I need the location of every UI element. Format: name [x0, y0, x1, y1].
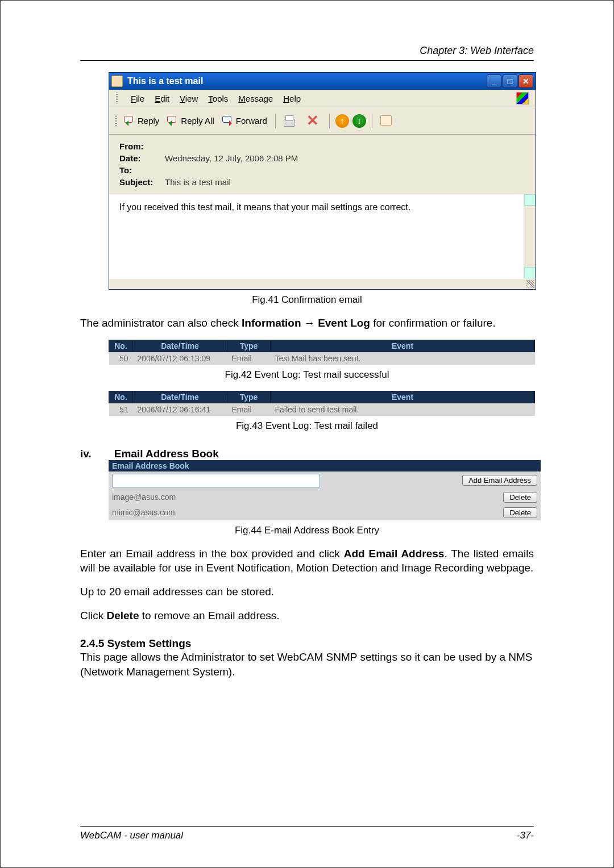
separator: [329, 114, 330, 128]
email-headers: From: Date:Wednesday, 12 July, 2006 2:08…: [109, 135, 536, 194]
email-address-book-panel: Email Address Book Add Email Address ima…: [109, 460, 541, 520]
delete-icon: ✕: [304, 112, 321, 130]
col-no: No.: [109, 391, 133, 403]
menu-help[interactable]: Help: [283, 94, 301, 103]
maximize-button[interactable]: □: [503, 74, 517, 88]
event-log-table-failed: No. Date/Time Type Event 51 2006/07/12 0…: [109, 391, 535, 416]
forward-icon: [222, 116, 234, 126]
mail-icon: [111, 76, 123, 87]
figure-caption-41: Fig.41 Confirmation email: [80, 294, 534, 306]
separator: [372, 114, 372, 128]
cell-type: Email: [227, 352, 271, 365]
date-value: Wednesday, 12 July, 2006 2:08 PM: [165, 153, 525, 163]
minimize-button[interactable]: _: [487, 74, 501, 88]
resize-grip-icon[interactable]: [526, 280, 534, 288]
heading-system-settings: 2.4.5 System Settings: [80, 637, 534, 650]
section-title-email-address-book: Email Address Book: [114, 448, 219, 460]
from-value: [165, 141, 525, 151]
email-body: If you received this test mail, it means…: [109, 194, 536, 278]
footer-page: -37-: [517, 830, 534, 841]
windows-logo-icon: [516, 92, 529, 105]
arrow-up-icon: ↑: [340, 116, 345, 126]
add-email-address-button[interactable]: Add Email Address: [462, 475, 537, 486]
event-log-table-success: No. Date/Time Type Event 50 2006/07/12 0…: [109, 340, 535, 365]
address-book-icon: [380, 115, 393, 127]
menu-edit[interactable]: Edit: [155, 94, 169, 103]
table-row: 51 2006/07/12 06:16:41 Email Failed to s…: [109, 403, 535, 416]
email-input[interactable]: [112, 474, 320, 487]
subject-label: Subject:: [119, 177, 165, 187]
to-label: To:: [119, 165, 165, 175]
print-icon: [284, 115, 296, 127]
email-address: image@asus.com: [109, 490, 422, 505]
to-value: [165, 165, 525, 175]
list-item: mimic@asus.com Delete: [109, 505, 541, 520]
delete-button[interactable]: ✕: [302, 111, 323, 131]
cell-type: Email: [227, 403, 271, 416]
section-number-iv: iv.: [80, 448, 92, 460]
cell-datetime: 2006/07/12 06:13:09: [133, 352, 227, 365]
cell-event: Failed to send test mail.: [271, 403, 535, 416]
reply-all-icon: [167, 116, 179, 126]
menu-message[interactable]: Message: [238, 94, 273, 103]
paragraph-upto: Up to 20 email addresses can be stored.: [80, 585, 534, 599]
email-window: This is a test mail _ □ ✕ File Edit View…: [109, 72, 536, 290]
col-datetime: Date/Time: [133, 340, 227, 352]
previous-button[interactable]: ↑: [335, 114, 349, 128]
titlebar: This is a test mail _ □ ✕: [109, 73, 536, 90]
footer-left: WebCAM - user manual: [80, 830, 183, 841]
menu-tools[interactable]: Tools: [208, 94, 228, 103]
divider: [80, 60, 534, 61]
paragraph-snmp: This page allows the Administrator to se…: [80, 650, 534, 679]
close-button[interactable]: ✕: [518, 74, 533, 88]
addrbook-header: Email Address Book: [109, 460, 541, 471]
col-event: Event: [271, 391, 535, 403]
next-button[interactable]: ↓: [352, 114, 366, 128]
email-address: mimic@asus.com: [109, 505, 422, 520]
reply-label: Reply: [138, 116, 159, 126]
arrow-down-icon: ↓: [357, 116, 362, 126]
toolbar: Reply Reply All Forward ✕ ↑ ↓: [109, 107, 536, 135]
menu-file[interactable]: File: [131, 94, 144, 103]
menu-view[interactable]: View: [180, 94, 198, 103]
forward-button[interactable]: Forward: [220, 115, 269, 127]
date-label: Date:: [119, 153, 165, 163]
menubar: File Edit View Tools Message Help: [109, 90, 536, 107]
paragraph-delete: Click Delete to remove an Email address.: [80, 608, 534, 623]
figure-caption-42: Fig.42 Event Log: Test mail successful: [80, 369, 534, 381]
subject-value: This is a test mail: [165, 177, 525, 187]
col-event: Event: [271, 340, 535, 352]
col-datetime: Date/Time: [133, 391, 227, 403]
delete-button[interactable]: Delete: [503, 507, 537, 518]
scrollbar[interactable]: [524, 194, 536, 278]
statusbar: [109, 278, 536, 289]
table-row: 50 2006/07/12 06:13:09 Email Test Mail h…: [109, 352, 535, 365]
forward-label: Forward: [236, 116, 267, 126]
figure-caption-44: Fig.44 E-mail Address Book Entry: [80, 525, 534, 536]
chapter-header: Chapter 3: Web Interface: [80, 45, 534, 57]
window-title: This is a test mail: [127, 76, 487, 86]
grip-icon: [115, 115, 117, 127]
print-button[interactable]: [281, 114, 298, 128]
cell-no: 51: [109, 403, 133, 416]
delete-button[interactable]: Delete: [503, 492, 537, 503]
grip-icon: [116, 93, 118, 104]
col-no: No.: [109, 340, 133, 352]
paragraph-enter-email: Enter an Email address in the box provid…: [80, 546, 534, 575]
reply-button[interactable]: Reply: [122, 115, 161, 127]
reply-icon: [124, 116, 135, 126]
from-label: From:: [119, 141, 165, 151]
col-type: Type: [227, 391, 271, 403]
cell-datetime: 2006/07/12 06:16:41: [133, 403, 227, 416]
separator: [275, 114, 276, 128]
reply-all-button[interactable]: Reply All: [165, 115, 216, 127]
addresses-button[interactable]: [378, 114, 395, 128]
email-body-text: If you received this test mail, it means…: [119, 202, 410, 212]
figure-caption-43: Fig.43 Event Log: Test mail failed: [80, 420, 534, 432]
list-item: image@asus.com Delete: [109, 490, 541, 505]
paragraph-admin: The administrator can also check Informa…: [80, 316, 534, 331]
reply-all-label: Reply All: [181, 116, 214, 126]
col-type: Type: [227, 340, 271, 352]
cell-no: 50: [109, 352, 133, 365]
cell-event: Test Mail has been sent.: [271, 352, 535, 365]
